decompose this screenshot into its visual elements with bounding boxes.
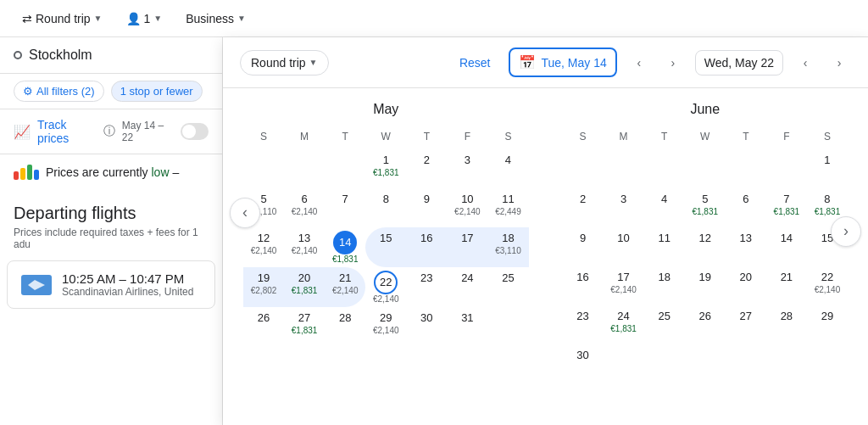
day-cell[interactable]: 9 <box>563 227 604 266</box>
day-cell[interactable]: 10€2,140 <box>447 188 487 227</box>
day-cell[interactable]: 19€2,802 <box>243 267 284 307</box>
day-cell[interactable]: 2 <box>406 149 447 188</box>
day-cell[interactable]: 23 <box>563 305 604 344</box>
day-number: 28 <box>781 309 793 324</box>
day-cell[interactable]: 11€2,449 <box>487 188 528 227</box>
price-indicator <box>14 165 39 180</box>
day-cell[interactable]: 4 <box>644 188 685 227</box>
trip-type-button[interactable]: ⇄ Round trip ▼ <box>14 7 111 31</box>
day-cell[interactable]: 23 <box>406 267 447 307</box>
day-number: 10 <box>461 192 473 207</box>
day-number: 22 <box>821 270 833 285</box>
day-cell[interactable]: 13 <box>726 227 766 266</box>
day-cell[interactable]: 26 <box>685 305 726 344</box>
day-cell[interactable]: 29€2,140 <box>365 307 406 346</box>
day-cell[interactable]: 3 <box>447 149 487 188</box>
cabin-class-button[interactable]: Business ▼ <box>177 7 254 31</box>
day-number: 5 <box>260 192 266 207</box>
day-number: 23 <box>576 309 588 324</box>
day-cell[interactable]: 21€2,140 <box>325 267 365 307</box>
day-cell[interactable]: 28 <box>766 305 807 344</box>
calendar-next-button[interactable]: › <box>831 216 861 247</box>
day-cell[interactable]: 14€1,831 <box>325 227 365 267</box>
day-cell[interactable]: 24 <box>447 267 487 307</box>
day-cell[interactable]: 5€1,831 <box>685 188 726 227</box>
day-cell[interactable]: 30 <box>563 344 604 383</box>
weekday-header: F <box>447 127 487 146</box>
day-cell[interactable]: 14 <box>766 227 807 266</box>
weekday-header: S <box>563 127 604 146</box>
passengers-button[interactable]: 👤 1 ▼ <box>118 7 171 31</box>
day-cell[interactable]: 19 <box>685 266 726 305</box>
start-date-selector[interactable]: 📅 Tue, May 14 <box>509 48 616 77</box>
day-cell[interactable]: 20 <box>726 266 766 305</box>
day-number: 7 <box>783 192 789 207</box>
day-cell[interactable]: 27€1,831 <box>284 307 325 346</box>
reset-button[interactable]: Reset <box>451 51 499 75</box>
day-cell[interactable]: 15 <box>365 227 406 267</box>
day-cell[interactable]: 18 <box>644 266 685 305</box>
day-cell[interactable]: 13€2,140 <box>284 227 325 267</box>
day-cell[interactable]: 29 <box>807 305 848 344</box>
track-prices-toggle[interactable] <box>181 123 209 140</box>
day-cell[interactable]: 25 <box>487 267 528 307</box>
day-cell[interactable]: 12€2,140 <box>243 227 284 267</box>
day-cell[interactable]: 30 <box>406 307 447 346</box>
day-cell[interactable]: 27 <box>726 305 766 344</box>
day-cell[interactable]: 4 <box>487 149 528 188</box>
day-cell[interactable]: 12 <box>685 227 726 266</box>
day-cell[interactable]: 25 <box>644 305 685 344</box>
day-cell[interactable]: 6 <box>726 188 766 227</box>
day-cell[interactable]: 11 <box>644 227 685 266</box>
day-cell[interactable]: 1 <box>807 149 848 188</box>
day-cell[interactable]: 2 <box>563 188 604 227</box>
weekday-header: T <box>325 127 365 146</box>
day-cell[interactable]: 21 <box>766 266 807 305</box>
empty-cell <box>604 149 644 188</box>
start-date-prev[interactable]: ‹ <box>627 51 651 75</box>
flight-card[interactable]: 10:25 AM – 10:47 PM Scandinavian Airline… <box>7 260 215 309</box>
day-price: €2,140 <box>292 246 318 255</box>
day-cell[interactable]: 22€2,140 <box>365 267 406 307</box>
day-cell[interactable]: 17 <box>447 227 487 267</box>
day-price: €2,140 <box>251 246 277 255</box>
day-price: €2,449 <box>495 207 521 216</box>
day-headers: SMTWTFS <box>243 127 529 146</box>
day-cell[interactable]: 26 <box>243 307 284 346</box>
day-price: €2,140 <box>815 285 841 294</box>
day-cell[interactable]: 1€1,831 <box>365 149 406 188</box>
day-number: 5 <box>702 192 708 207</box>
day-cell[interactable]: 8 <box>365 188 406 227</box>
end-date-selector[interactable]: Wed, May 22 <box>695 50 783 75</box>
day-cell[interactable]: 31 <box>447 307 487 346</box>
day-cell[interactable]: 28 <box>325 307 365 346</box>
day-cell[interactable]: 7€1,831 <box>766 188 807 227</box>
end-date-next[interactable]: › <box>827 51 851 75</box>
day-number: 18 <box>658 270 670 285</box>
day-cell[interactable]: 9 <box>406 188 447 227</box>
day-number: 1 <box>824 153 830 168</box>
calendar-prev-button[interactable]: ‹ <box>230 198 260 228</box>
day-price: €1,831 <box>610 324 637 333</box>
end-date-prev[interactable]: ‹ <box>793 51 817 75</box>
day-cell[interactable]: 3 <box>604 188 644 227</box>
day-cell[interactable]: 16 <box>563 266 604 305</box>
all-filters-button[interactable]: ⚙ All filters (2) <box>14 81 104 102</box>
day-cell[interactable]: 20€1,831 <box>284 267 325 307</box>
day-cell[interactable]: 7 <box>325 188 365 227</box>
round-trip-selector[interactable]: Round trip ▼ <box>240 50 329 75</box>
day-cell[interactable]: 22€2,140 <box>807 266 848 305</box>
day-cell[interactable]: 10 <box>604 227 644 266</box>
day-cell[interactable]: 17€2,140 <box>604 266 644 305</box>
day-number: 12 <box>258 231 270 246</box>
day-number: 28 <box>339 310 351 326</box>
day-cell[interactable]: 18€3,110 <box>487 227 528 267</box>
day-cell[interactable]: 24€1,831 <box>604 305 644 344</box>
start-date-next[interactable]: › <box>661 51 685 75</box>
stops-filter-button[interactable]: 1 stop or fewer <box>111 81 203 102</box>
calendar-icon: 📅 <box>519 54 536 70</box>
day-number: 13 <box>298 231 310 246</box>
day-cell[interactable]: 16 <box>406 227 447 267</box>
day-cell[interactable]: 6€2,140 <box>284 188 325 227</box>
info-icon: ⓘ <box>103 124 115 139</box>
